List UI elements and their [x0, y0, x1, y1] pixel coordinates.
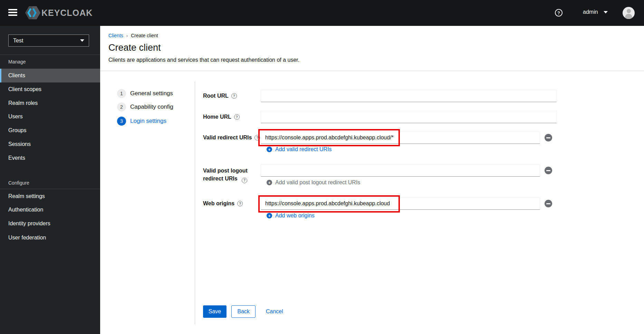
- valid-post-logout-redirect-uris-label: Valid post logout redirect URIs ?: [203, 167, 261, 183]
- question-circle-icon[interactable]: ?: [254, 135, 260, 140]
- wizard-step-capability-config[interactable]: 2 Capability config: [117, 102, 173, 111]
- add-valid-post-logout-redirect-uris-link[interactable]: + Add valid post logout redirect URIs: [267, 179, 360, 186]
- breadcrumb: Clients › Create client: [108, 33, 158, 38]
- user-menu[interactable]: admin: [583, 9, 608, 15]
- plus-circle-icon: +: [267, 147, 272, 152]
- remove-redirect-uri-button[interactable]: [545, 134, 552, 141]
- sidebar-item-user-federation[interactable]: User federation: [0, 231, 100, 245]
- question-circle-icon[interactable]: ?: [237, 201, 243, 206]
- main-content: Clients › Create client Create client Cl…: [100, 26, 644, 334]
- question-circle-icon[interactable]: ?: [242, 178, 247, 183]
- sidebar-item-realm-roles[interactable]: Realm roles: [0, 96, 100, 110]
- sidebar-item-events[interactable]: Events: [0, 151, 100, 165]
- chevron-down-icon: [80, 39, 84, 42]
- wizard-divider: [195, 81, 195, 324]
- keycloak-logo: KEYCLOAK: [25, 6, 93, 20]
- web-origins-input[interactable]: [261, 197, 540, 210]
- sidebar-item-identity-providers[interactable]: Identity providers: [0, 217, 100, 230]
- sidebar-item-users[interactable]: Users: [0, 110, 100, 124]
- cancel-button[interactable]: Cancel: [266, 305, 283, 318]
- sidebar-item-authentication[interactable]: Authentication: [0, 203, 100, 217]
- step-number: 3: [117, 117, 126, 126]
- breadcrumb-clients-link[interactable]: Clients: [108, 33, 123, 38]
- add-web-origins-link[interactable]: + Add web origins: [267, 212, 315, 219]
- username-label: admin: [583, 9, 598, 15]
- keycloak-admin-console: KEYCLOAK ? admin Test Manage Clients Cli…: [0, 0, 644, 334]
- realm-selector-value: Test: [13, 38, 23, 44]
- back-button[interactable]: Back: [231, 305, 256, 318]
- question-circle-icon[interactable]: ?: [231, 93, 237, 99]
- valid-redirect-uris-input[interactable]: [261, 131, 540, 144]
- wizard-step-login-settings[interactable]: 3 Login settings: [117, 117, 166, 126]
- sidebar-item-groups[interactable]: Groups: [0, 124, 100, 137]
- sidebar-divider: [0, 189, 100, 189]
- valid-post-logout-redirect-uris-input[interactable]: [261, 164, 540, 177]
- keycloak-hexagon-icon: [25, 6, 41, 20]
- sidebar-divider: [0, 55, 100, 55]
- avatar[interactable]: [623, 7, 635, 19]
- realm-selector[interactable]: Test: [8, 35, 89, 47]
- brand-text: KEYCLOAK: [41, 8, 93, 18]
- plus-circle-icon: +: [267, 213, 272, 218]
- nav-section-configure: Configure: [8, 180, 29, 186]
- root-url-label: Root URL ?: [203, 90, 237, 102]
- nav-section-manage: Manage: [8, 59, 26, 65]
- wizard-step-general-settings[interactable]: 1 General settings: [117, 89, 173, 98]
- sidebar-item-client-scopes[interactable]: Client scopes: [0, 82, 100, 96]
- valid-redirect-uris-label: Valid redirect URIs ?: [203, 131, 260, 144]
- breadcrumb-separator-icon: ›: [126, 33, 128, 38]
- page-subtitle: Clients are applications and services th…: [108, 57, 299, 63]
- save-button[interactable]: Save: [203, 305, 227, 318]
- sidebar-item-realm-settings[interactable]: Realm settings: [0, 189, 100, 203]
- web-origins-label: Web origins ?: [203, 197, 243, 210]
- remove-web-origin-button[interactable]: [545, 200, 552, 207]
- chevron-down-icon: [604, 11, 608, 13]
- root-url-input[interactable]: [261, 90, 557, 102]
- page-title: Create client: [108, 42, 161, 53]
- question-circle-icon[interactable]: ?: [234, 114, 240, 120]
- top-bar: KEYCLOAK ? admin: [0, 0, 644, 26]
- breadcrumb-current: Create client: [131, 33, 158, 38]
- remove-post-logout-uri-button[interactable]: [545, 167, 552, 174]
- home-url-input[interactable]: [261, 111, 557, 123]
- plus-circle-icon: +: [267, 180, 272, 185]
- step-number: 2: [117, 102, 126, 111]
- add-valid-redirect-uris-link[interactable]: + Add valid redirect URIs: [267, 146, 332, 153]
- step-number: 1: [117, 89, 126, 98]
- sidebar-item-clients[interactable]: Clients: [0, 69, 100, 82]
- help-icon[interactable]: ?: [555, 9, 563, 17]
- sidebar: Test Manage Clients Client scopes Realm …: [0, 26, 100, 334]
- sidebar-item-sessions[interactable]: Sessions: [0, 137, 100, 151]
- header-divider: [100, 71, 644, 71]
- home-url-label: Home URL ?: [203, 111, 240, 123]
- hamburger-menu-icon[interactable]: [8, 9, 17, 17]
